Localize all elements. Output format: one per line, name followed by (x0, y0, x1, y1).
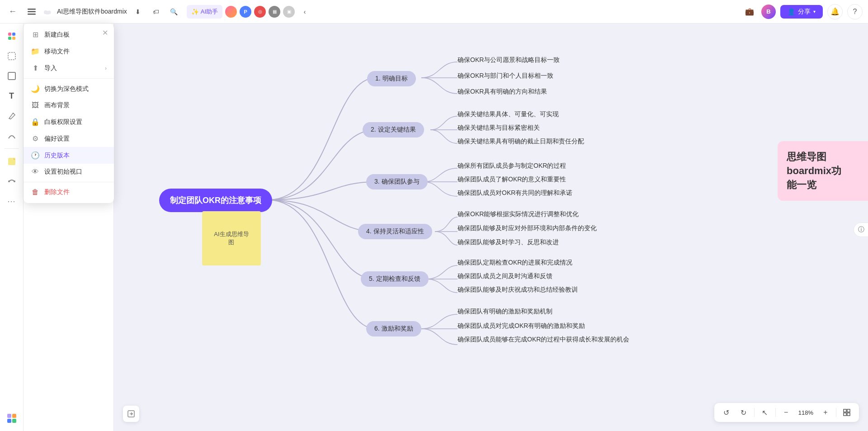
svg-point-15 (14, 180, 15, 182)
menu-item-dark-mode[interactable]: 🌙 切换为深色模式 (24, 81, 114, 97)
branch-6[interactable]: 6. 激励和奖励 (366, 321, 421, 336)
sidebar-more[interactable]: ··· (3, 192, 21, 210)
chevron-left-button[interactable]: ‹ (297, 5, 312, 19)
sidebar-select[interactable] (3, 47, 21, 65)
back-button[interactable]: ← (5, 5, 20, 19)
branch-4[interactable]: 4. 保持灵活和适应性 (358, 224, 432, 239)
cursor-button[interactable]: ↖ (758, 406, 772, 419)
canvas-area: 制定团队OKR的注意事项 AI生成思维导 图 1. 明确目标 确保OKR与公司愿… (114, 24, 868, 431)
sidebar-frame[interactable] (3, 67, 21, 85)
tool-icon-2[interactable]: P (240, 6, 251, 18)
file-title: AI思维导图软件boardmix (57, 8, 127, 16)
sidebar-connector[interactable] (3, 172, 21, 190)
info-button[interactable]: ⓘ (854, 223, 868, 237)
viewport-icon: 👁 (31, 168, 40, 176)
svg-rect-6 (44, 12, 51, 14)
download-button[interactable]: ⬇ (131, 5, 145, 19)
zoom-out-button[interactable]: − (779, 406, 793, 419)
search-button[interactable]: 🔍 (167, 5, 181, 19)
leaf-2-2: 确保关键结果与目标紧密相关 (458, 124, 540, 132)
redo-button[interactable]: ↻ (737, 406, 750, 419)
menu-item-history[interactable]: 🕐 历史版本 (24, 147, 114, 164)
sidebar-curve[interactable] (3, 127, 21, 145)
branch-2[interactable]: 2. 设定关键结果 (363, 122, 424, 137)
menu-item-canvas-bg[interactable]: 🖼 画布背景 (24, 97, 114, 114)
paint-icon (7, 31, 17, 41)
leaf-2-3: 确保关键结果具有明确的截止日期和责任分配 (458, 137, 584, 146)
leaf-1-1: 确保OKR与公司愿景和战略目标一致 (458, 56, 560, 64)
central-node[interactable]: 制定团队OKR的注意事项 (159, 189, 272, 212)
menu-item-set-viewport[interactable]: 👁 设置初始视口 (24, 164, 114, 180)
svg-rect-12 (8, 72, 15, 80)
select-icon (7, 52, 16, 61)
text-icon: T (9, 91, 14, 101)
fit-button[interactable] (840, 406, 854, 419)
hamburger-icon (28, 9, 36, 15)
tool-icon-5[interactable]: ▣ (283, 6, 295, 18)
branch-3[interactable]: 3. 确保团队参与 (366, 174, 428, 189)
export-button[interactable] (123, 406, 139, 422)
connector-icon (7, 177, 16, 186)
menu-button[interactable] (24, 4, 40, 20)
dropdown-menu: ✕ ⊞ 新建白板 📁 移动文件 ⬆ 导入 › 🌙 切换为深色模式 🖼 画布背景 … (24, 24, 114, 203)
tool-icon-3[interactable]: ◎ (254, 6, 266, 18)
leaf-4-2: 确保团队能够及时应对外部环境和内部条件的变化 (458, 224, 597, 232)
sidebar: T ··· (0, 24, 24, 431)
menu-item-preferences[interactable]: ⚙ 偏好设置 (24, 130, 114, 147)
svg-rect-23 (844, 413, 846, 416)
svg-rect-7 (8, 33, 11, 36)
tool-icon-1[interactable] (225, 6, 237, 18)
menu-item-import[interactable]: ⬆ 导入 › (24, 60, 114, 76)
leaf-6-1: 确保团队有明确的激励和奖励机制 (458, 308, 552, 316)
canvas-bottom-left (123, 406, 139, 422)
avatar[interactable]: B (761, 5, 776, 19)
history-icon: 🕐 (31, 151, 40, 160)
leaf-3-2: 确保团队成员了解OKR的意义和重要性 (458, 175, 566, 184)
more-icon: ··· (7, 197, 15, 206)
leaf-5-1: 确保团队定期检查OKR的进展和完成情况 (458, 259, 572, 267)
sidebar-plugin[interactable] (3, 409, 21, 427)
svg-rect-22 (847, 409, 850, 412)
svg-rect-0 (28, 9, 36, 10)
branch-1[interactable]: 1. 明确目标 (367, 71, 416, 86)
cloud-icon (43, 8, 52, 16)
fit-icon (843, 408, 851, 417)
menu-item-new-board[interactable]: ⊞ 新建白板 (24, 26, 114, 43)
zoom-in-button[interactable]: + (819, 406, 832, 419)
svg-rect-19 (12, 419, 16, 423)
svg-rect-16 (7, 414, 11, 418)
sticky-note[interactable]: AI生成思维导 图 (202, 211, 261, 265)
tag-button[interactable]: 🏷 (149, 5, 163, 19)
undo-button[interactable]: ↺ (720, 406, 733, 419)
menu-item-move-file[interactable]: 📁 移动文件 (24, 43, 114, 60)
sidebar-text[interactable]: T (3, 87, 21, 105)
info-card[interactable]: 思维导图 boardmix功 能一览 (778, 141, 868, 201)
sidebar-paint[interactable] (3, 27, 21, 45)
menu-divider-2 (24, 182, 114, 182)
svg-rect-8 (12, 33, 15, 36)
delete-icon: 🗑 (31, 188, 40, 196)
toolbar-divider (754, 408, 755, 417)
help-button[interactable]: ? (847, 4, 863, 19)
branch-5[interactable]: 5. 定期检查和反馈 (361, 271, 429, 287)
topbar-tools: ✨ AI助手 P ◎ ▦ ▣ ‹ (187, 5, 312, 19)
svg-rect-9 (8, 37, 11, 40)
sidebar-divider (5, 148, 19, 149)
leaf-4-1: 确保OKR能够根据实际情况进行调整和优化 (458, 210, 579, 218)
sidebar-sticky[interactable] (3, 152, 21, 171)
curve-icon (7, 131, 16, 140)
briefcase-button[interactable]: 💼 (742, 5, 757, 19)
svg-rect-21 (844, 409, 846, 412)
menu-item-delete[interactable]: 🗑 删除文件 (24, 184, 114, 200)
leaf-2-1: 确保关键结果具体、可量化、可实现 (458, 110, 559, 118)
sidebar-pen[interactable] (3, 107, 21, 125)
share-button[interactable]: 👤 分享 ▾ (780, 5, 823, 19)
bell-button[interactable]: 🔔 (827, 4, 843, 19)
ai-assistant-button[interactable]: ✨ AI助手 (187, 5, 222, 19)
tool-icon-4[interactable]: ▦ (269, 6, 280, 18)
svg-point-14 (8, 180, 10, 182)
menu-item-permissions[interactable]: 🔒 白板权限设置 (24, 114, 114, 130)
leaf-1-2: 确保OKR与部门和个人目标相一致 (458, 72, 553, 80)
preferences-icon: ⚙ (31, 134, 40, 143)
toolbar-divider-3 (836, 408, 836, 417)
